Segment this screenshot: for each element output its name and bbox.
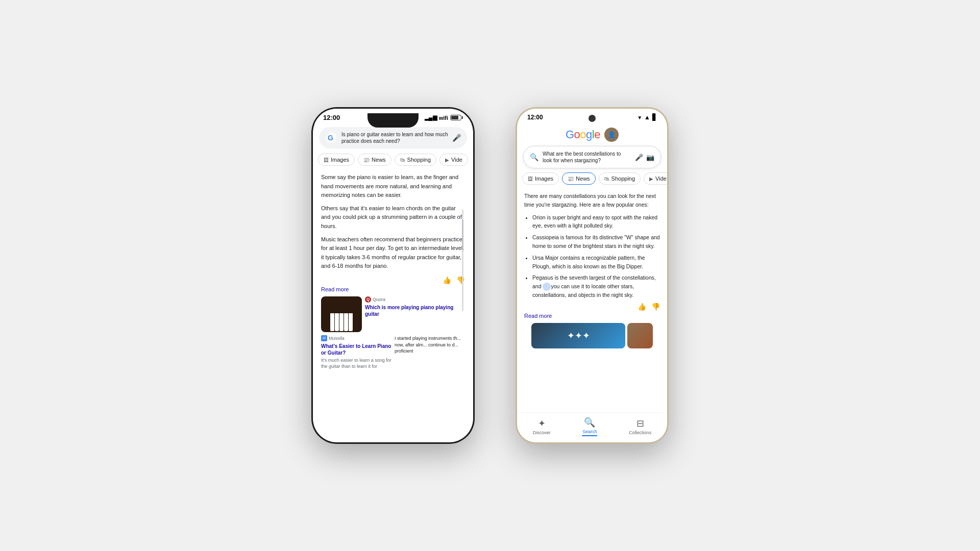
read-more-phone1[interactable]: Read more [321, 286, 465, 292]
content-area-phone1: Some say the piano is easier to learn, a… [313, 168, 473, 442]
constellation-list: Orion is super bright and easy to spot w… [524, 213, 660, 300]
news-icon-p2: 📰 [568, 176, 574, 182]
news-icon: 📰 [363, 157, 370, 163]
scene: 12:00 ▂▄▆ wifi [0, 0, 980, 551]
tab-videos-label-p2: Vide [655, 176, 667, 182]
search-text-phone1: Is piano or guitar easier to learn and h… [341, 131, 448, 144]
tab-news-phone1[interactable]: 📰 News [358, 154, 391, 166]
tab-news-phone2[interactable]: 📰 News [562, 172, 596, 185]
wifi-icon: wifi [439, 115, 448, 121]
bottom-nav-phone2: ✦ Discover 🔍 Search ⊟ Collections [517, 412, 667, 442]
thumbs-up-icon-p2[interactable]: 👍 [638, 303, 646, 311]
card1-source-label: Quora [373, 297, 385, 302]
tab-shopping-phone2[interactable]: 🛍 Shopping [599, 172, 641, 185]
videos-icon: ▶ [445, 157, 449, 163]
nav-active-indicator [582, 435, 597, 436]
tab-shopping-label-p2: Shopping [611, 176, 635, 182]
phone2-wifi-icon: ▲ [644, 114, 650, 121]
phone1-notch [368, 113, 419, 128]
search-text-phone2: What are the best constellations to look… [543, 151, 631, 164]
scrollbar-phone1[interactable] [462, 209, 463, 311]
tab-images-phone1[interactable]: 🖼 Images [318, 154, 355, 166]
filter-tabs-phone1: 🖼 Images 📰 News 🛍 Shopping ▶ Vide [313, 152, 473, 168]
highlight-cursor [543, 283, 551, 291]
user-avatar[interactable]: 👤 [604, 128, 619, 142]
svg-text:G: G [328, 134, 333, 142]
card2-source-label: Mussila [329, 336, 345, 341]
constellation-intro: There are many constellations you can lo… [524, 192, 660, 209]
constellation-image2 [627, 323, 653, 348]
feedback-row-phone1: 👍 👎 [321, 276, 465, 284]
shopping-icon: 🛍 [400, 157, 405, 163]
constellation-cassiopeia: Cassiopeia is famous for its distinctive… [532, 233, 660, 251]
constellation-image1: ✦✦✦ [531, 323, 625, 348]
card1-title: Which is more playing piano playing guit… [365, 304, 465, 317]
shopping-icon-p2: 🛍 [604, 176, 609, 182]
tab-shopping-phone1[interactable]: 🛍 Shopping [395, 154, 437, 166]
thumbs-up-icon[interactable]: 👍 [443, 276, 451, 284]
phone1-time: 12:00 [323, 114, 340, 121]
tab-news-label: News [372, 157, 386, 163]
filter-tabs-phone2: 🖼 Images 📰 News 🛍 Shopping ▶ Vide [517, 170, 667, 187]
read-more-phone2[interactable]: Read more [524, 313, 660, 319]
search-bar-phone1[interactable]: G Is piano or guitar easier to learn and… [319, 127, 467, 148]
discover-icon: ✦ [538, 418, 546, 429]
card2-text2: I started playing instruments th... now,… [395, 335, 465, 369]
images-icon: 🖼 [324, 157, 329, 163]
constellation-ursa: Ursa Major contains a recognizable patte… [532, 254, 660, 271]
mussila-icon: M [321, 335, 327, 341]
nav-search-label: Search [582, 429, 597, 434]
collections-icon: ⊟ [636, 418, 644, 429]
search-icon-phone2: 🔍 [530, 153, 538, 161]
content-text-phone1: Some say the piano is easier to learn, a… [321, 173, 465, 271]
nav-collections-label: Collections [629, 430, 651, 435]
phone2-battery-icon: ▋ [652, 114, 657, 121]
nav-collections[interactable]: ⊟ Collections [629, 418, 651, 435]
tab-videos-phone2[interactable]: ▶ Vide [644, 172, 667, 185]
card2-snippet: It's much easier to learn a song for the… [321, 358, 391, 369]
tab-videos-label: Vide [451, 157, 462, 163]
piano-image [330, 313, 353, 331]
phone1-device: 12:00 ▂▄▆ wifi [311, 107, 475, 444]
paragraph1: Some say the piano is easier to learn, a… [321, 173, 465, 200]
search-icons2: 🎤 📷 [635, 154, 654, 161]
signal-icon: ▂▄▆ [425, 114, 437, 121]
content-area-phone2: There are many constellations you can lo… [517, 187, 667, 412]
mic-icon-phone1[interactable]: 🎤 [452, 134, 461, 142]
constellation-orion: Orion is super bright and easy to spot w… [532, 213, 660, 231]
tab-videos-phone1[interactable]: ▶ Vide [439, 154, 468, 166]
search-bar-phone2[interactable]: 🔍 What are the best constellations to lo… [523, 146, 661, 168]
paragraph2: Others say that it's easier to learn cho… [321, 204, 465, 231]
tab-news-label-p2: News [576, 176, 590, 182]
feedback-row-phone2: 👍 👎 [524, 303, 660, 311]
phone2-camera [589, 115, 596, 122]
card2-title: What's Easier to Learn Piano or Guitar? [321, 343, 391, 356]
bottom-strip-phone2: ✦✦✦ [524, 323, 660, 348]
card2-row: M Mussila What's Easier to Learn Piano o… [321, 335, 465, 369]
tab-images-label-p2: Images [535, 176, 553, 182]
nav-discover-label: Discover [533, 430, 551, 435]
images-icon-p2: 🖼 [528, 176, 533, 182]
search-nav-icon: 🔍 [584, 417, 595, 428]
google-logo: Google [566, 128, 600, 141]
tab-images-phone2[interactable]: 🖼 Images [522, 172, 559, 185]
videos-icon-p2: ▶ [649, 176, 653, 182]
phone2-screen: 12:00 ▼ ▲ ▋ Google 👤 🔍 What are the best… [517, 109, 667, 442]
phone2-signal-icon: ▼ [637, 115, 642, 120]
phone1-status-icons: ▂▄▆ wifi [425, 114, 463, 121]
thumbs-down-icon[interactable]: 👎 [456, 276, 465, 284]
quora-icon: Q [365, 296, 371, 303]
lens-icon-phone2[interactable]: 📷 [646, 154, 654, 161]
nav-discover[interactable]: ✦ Discover [533, 418, 551, 435]
stars-icon: ✦✦✦ [567, 330, 590, 341]
google-g-icon: G [325, 132, 337, 144]
nav-search[interactable]: 🔍 Search [582, 417, 597, 436]
paragraph3: Music teachers often recommend that begi… [321, 235, 465, 271]
mic-icon-phone2[interactable]: 🎤 [635, 154, 643, 161]
google-logo-row: Google 👤 [517, 123, 667, 144]
scrollbar-thumb-phone1 [462, 219, 463, 250]
thumbs-down-icon-p2[interactable]: 👎 [651, 303, 660, 311]
phone1-screen: 12:00 ▂▄▆ wifi [313, 109, 473, 442]
battery-icon [450, 115, 463, 120]
phone2-device: 12:00 ▼ ▲ ▋ Google 👤 🔍 What are the best… [516, 107, 669, 444]
